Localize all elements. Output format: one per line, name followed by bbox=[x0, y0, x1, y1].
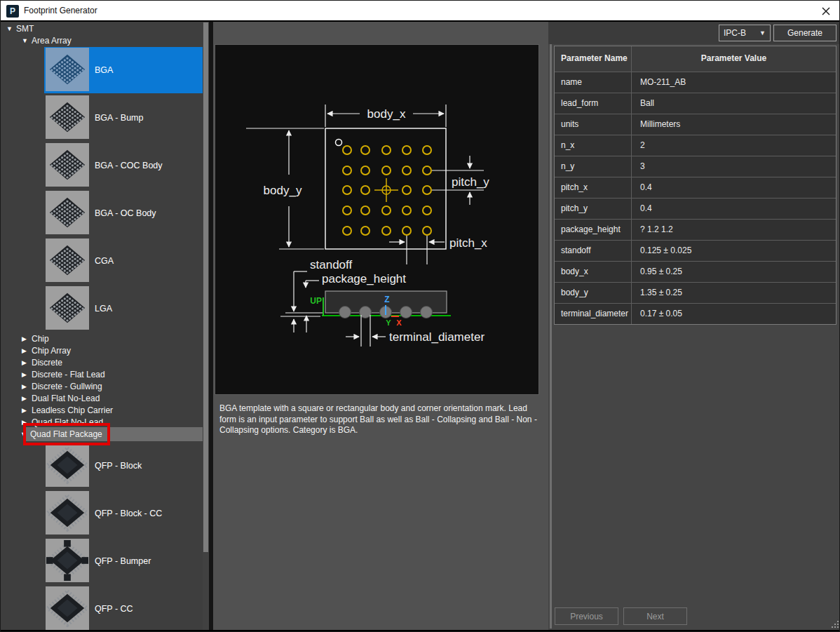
terminal-diameter-dimension bbox=[346, 315, 386, 347]
tree-node-quad-flat-package[interactable]: ▼Quad Flat Package bbox=[1, 429, 203, 441]
table-row: standoff0.125 ± 0.025 bbox=[555, 240, 836, 261]
collapsed-triangle-icon: ▶ bbox=[22, 345, 32, 357]
sidebar-scrollbar[interactable] bbox=[203, 22, 209, 630]
lga-chip-icon bbox=[46, 286, 89, 330]
template-item-cga[interactable]: CGA bbox=[44, 238, 203, 284]
template-item-qfp-cc[interactable]: QFP - CC bbox=[44, 586, 203, 630]
generator-toolbar: IPC-B ▼ Generate bbox=[548, 22, 840, 44]
bga-chip-icon bbox=[46, 48, 89, 91]
bga-chip-icon bbox=[46, 191, 89, 234]
expanded-triangle-icon: ▼ bbox=[20, 429, 30, 441]
x-axis-label: X bbox=[396, 318, 402, 327]
z-axis-label: Z bbox=[384, 295, 389, 304]
ipc-standard-dropdown[interactable]: IPC-B ▼ bbox=[719, 25, 771, 41]
tree-node-leadless-chip-carrier[interactable]: ▶Leadless Chip Carrier bbox=[1, 405, 203, 417]
template-item-qfp-block-cc[interactable]: QFP - Block - CC bbox=[44, 490, 203, 537]
tree-node-smt[interactable]: ▼SMT bbox=[1, 23, 203, 35]
up-axis-label: UP bbox=[310, 296, 322, 306]
body-x-label: body_x bbox=[367, 107, 406, 121]
table-row: pitch_y0.4 bbox=[555, 198, 836, 219]
bga-chip-icon bbox=[46, 143, 89, 187]
qfp-chip-icon bbox=[46, 443, 89, 487]
table-row: pitch_x0.4 bbox=[555, 177, 836, 198]
app-logo-icon: P bbox=[6, 5, 19, 18]
center-crosshair bbox=[374, 178, 398, 202]
expanded-triangle-icon: ▼ bbox=[6, 23, 16, 35]
collapsed-triangle-icon: ▶ bbox=[22, 333, 32, 345]
pitch-x-label: pitch_x bbox=[449, 236, 487, 250]
chevron-down-icon: ▼ bbox=[759, 25, 766, 41]
table-row: package_height? 1.2 1.2 bbox=[555, 219, 836, 240]
collapsed-triangle-icon: ▶ bbox=[22, 357, 32, 369]
tree-node-discrete[interactable]: ▶Discrete bbox=[1, 357, 203, 369]
tree-node-dual-flat-no-lead[interactable]: ▶Dual Flat No-Lead bbox=[1, 393, 203, 405]
template-description: BGA template with a square or rectangula… bbox=[219, 403, 543, 436]
terminal-diameter-label: terminal_diameter bbox=[389, 330, 485, 344]
tree-node-discrete-flat-lead[interactable]: ▶Discrete - Flat Lead bbox=[1, 369, 203, 381]
body-y-label: body_y bbox=[264, 184, 302, 197]
table-row: terminal_diameter0.17 ± 0.05 bbox=[555, 303, 836, 324]
template-item-bga-bump[interactable]: BGA - Bump bbox=[44, 95, 203, 141]
table-header-row: Parameter Name Parameter Value bbox=[555, 46, 836, 72]
tree-node-area-array[interactable]: ▼Area Array bbox=[1, 35, 203, 47]
table-row: body_x0.95 ± 0.25 bbox=[555, 261, 836, 282]
collapsed-triangle-icon: ▶ bbox=[22, 381, 32, 393]
parameters-panel: IPC-B ▼ Generate Parameter Name Paramete… bbox=[548, 22, 840, 630]
template-tree-sidebar: ▼SMT ▼Area Array BGA BGA - Bump BGA - CO… bbox=[1, 22, 203, 630]
table-row: n_y3 bbox=[555, 156, 836, 177]
template-item-bga-coc-body[interactable]: BGA - COC Body bbox=[44, 142, 203, 189]
table-row: n_x2 bbox=[555, 135, 836, 156]
tree-node-chip-array[interactable]: ▶Chip Array bbox=[1, 345, 203, 357]
qfp-chip-icon bbox=[46, 586, 89, 630]
table-row: body_y1.35 ± 0.25 bbox=[555, 282, 836, 303]
package-height-label: package_height bbox=[322, 272, 406, 285]
resize-grip[interactable] bbox=[831, 620, 839, 628]
title-bar: P Footprint Generator bbox=[1, 1, 840, 22]
panel-edge-strip bbox=[550, 44, 552, 628]
footprint-generator-window: P Footprint Generator ▼SMT ▼Area Array B… bbox=[0, 0, 840, 632]
preview-panel: body_x body_y pitch_y bbox=[213, 22, 548, 630]
pitch-y-label: pitch_y bbox=[452, 175, 489, 189]
next-button[interactable]: Next bbox=[623, 607, 687, 625]
previous-button[interactable]: Previous bbox=[555, 607, 618, 625]
qfp-chip-icon bbox=[46, 491, 89, 534]
table-row: unitsMillimeters bbox=[555, 114, 836, 135]
tree-node-chip[interactable]: ▶Chip bbox=[1, 333, 203, 345]
template-item-qfp-block[interactable]: QFP - Block bbox=[44, 443, 203, 489]
collapsed-triangle-icon: ▶ bbox=[22, 393, 32, 405]
bga-dimension-diagram: body_x body_y pitch_y bbox=[215, 44, 539, 395]
template-item-lga[interactable]: LGA bbox=[44, 285, 203, 332]
collapsed-triangle-icon: ▶ bbox=[22, 369, 32, 381]
window-title: Footprint Generator bbox=[24, 1, 97, 20]
parameter-table: Parameter Name Parameter Value nameMO-21… bbox=[554, 46, 836, 325]
collapsed-triangle-icon: ▶ bbox=[22, 405, 32, 417]
scrollbar-thumb[interactable] bbox=[203, 22, 208, 552]
cga-chip-icon bbox=[46, 238, 89, 282]
table-row: nameMO-211_AB bbox=[555, 72, 836, 93]
orientation-mark bbox=[336, 140, 342, 146]
pitch-x-dimension bbox=[389, 236, 445, 264]
standoff-label: standoff bbox=[310, 258, 352, 271]
bga-chip-icon bbox=[46, 95, 89, 139]
template-item-qfp-bumper[interactable]: QFP - Bumper bbox=[44, 538, 203, 584]
y-axis-label: Y bbox=[386, 318, 391, 327]
template-item-bga[interactable]: BGA bbox=[44, 47, 203, 93]
tree-node-discrete-gullwing[interactable]: ▶Discrete - Gullwing bbox=[1, 381, 203, 393]
qfp-chip-icon bbox=[46, 539, 89, 582]
table-row: lead_formBall bbox=[555, 93, 836, 114]
close-icon[interactable] bbox=[820, 5, 832, 18]
expanded-triangle-icon: ▼ bbox=[22, 35, 32, 47]
generate-button[interactable]: Generate bbox=[773, 25, 836, 41]
template-item-bga-oc-body[interactable]: BGA - OC Body bbox=[44, 190, 203, 236]
